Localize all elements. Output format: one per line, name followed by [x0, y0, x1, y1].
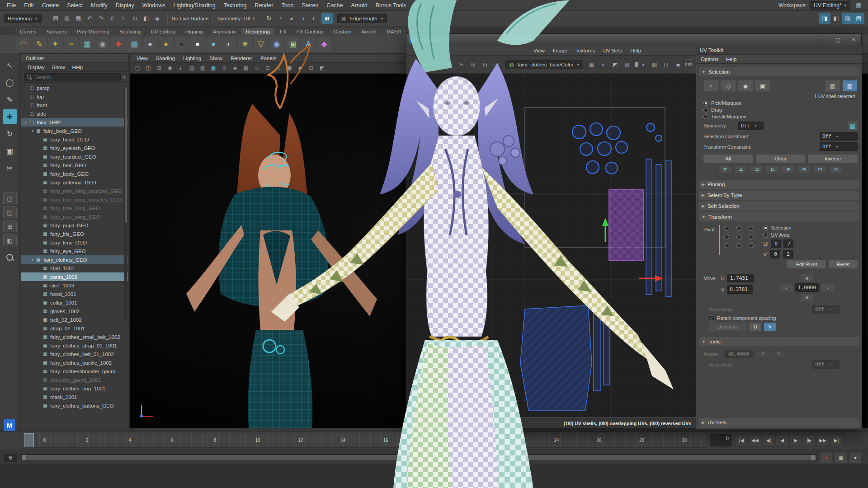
menu-item[interactable]: Texturing: [220, 1, 251, 10]
flip-u-icon[interactable]: ⇄: [409, 59, 420, 70]
viewport-menu-item[interactable]: Lighting: [179, 55, 205, 61]
pivot-radio[interactable]: [736, 235, 741, 239]
maximize-button[interactable]: ▢: [830, 34, 846, 46]
select-loop-icon[interactable]: ⊙: [829, 165, 843, 174]
viewport-toolbar-icon-6[interactable]: ▤: [187, 64, 197, 73]
current-frame-marker[interactable]: [24, 433, 34, 447]
shelf-tab[interactable]: Sculpting: [115, 28, 145, 35]
outliner-item[interactable]: ▦ fairy_antenna_GEO: [21, 178, 128, 187]
shelf-icon-camera[interactable]: ◉: [269, 37, 284, 52]
save-scene-icon[interactable]: ▦: [73, 13, 84, 24]
selection-action-button[interactable]: All: [703, 155, 753, 163]
reset-pivot-button[interactable]: Reset: [829, 260, 858, 268]
move-tool[interactable]: ✚: [3, 109, 17, 124]
timeline-ruler[interactable]: 024681012141618202224262830: [23, 433, 706, 448]
go-to-end-button[interactable]: ▶|: [830, 435, 843, 446]
section-header[interactable]: ▶ Select By Type: [699, 191, 859, 200]
rotate-tool[interactable]: ↻: [3, 127, 17, 141]
attribute-editor-toggle[interactable]: ◨: [819, 13, 830, 24]
symmetry-grid-icon[interactable]: ▦: [848, 121, 858, 130]
menu-item[interactable]: Render: [250, 1, 277, 10]
uv-editor-titlebar[interactable]: ▦ UV Editor — ▢ ×: [406, 34, 861, 46]
shelf-tab[interactable]: FX Caching: [292, 28, 328, 35]
uv-toolkit-menu-item[interactable]: Options: [697, 56, 722, 62]
shelf-icon-curve[interactable]: ◠: [16, 37, 31, 52]
auto-key-toggle[interactable]: ●: [820, 452, 833, 463]
selection-constraint-dropdown[interactable]: Off ▾: [820, 132, 858, 141]
uv-toolkit-menu-item[interactable]: Help: [722, 56, 741, 62]
paint-select-tool[interactable]: ✎: [3, 92, 17, 107]
workspace-options-icon[interactable]: ▦: [853, 0, 864, 11]
menu-item[interactable]: Bonus Tools: [372, 1, 410, 10]
range-start-field[interactable]: 0: [4, 454, 17, 462]
outliner-item[interactable]: ▦ skirt_1003: [21, 281, 128, 290]
uv-editor-menu-item[interactable]: Textures: [571, 47, 599, 54]
viewport-toolbar-icon-16[interactable]: ◆: [295, 64, 305, 73]
pivot-u-max-field[interactable]: 2: [783, 239, 793, 248]
layout-four-pane[interactable]: ⊞: [3, 221, 17, 232]
outliner-item[interactable]: ▦ fairy_fore_wing_GEO: [21, 204, 128, 212]
step-forward-key-button[interactable]: ▶▶: [816, 435, 829, 446]
shelf-icon-plus[interactable]: ✚: [111, 37, 126, 52]
dim-image-slider[interactable]: [634, 64, 636, 65]
grow-selection-icon[interactable]: ⊞: [782, 165, 795, 174]
rotate-angle-field[interactable]: 45.0000: [725, 350, 753, 358]
outliner-item[interactable]: ▦ fairy_head_GEO: [21, 135, 128, 144]
pivot-uv-area-radio[interactable]: UV Area: [763, 232, 858, 238]
shelf-icon-texture[interactable]: ▣: [285, 37, 300, 52]
viewport-toolbar-icon-9[interactable]: ⊙: [219, 64, 229, 73]
distortion-icon[interactable]: ▧: [622, 59, 632, 70]
menu-item[interactable]: Edit: [20, 1, 38, 10]
close-button[interactable]: ×: [846, 34, 861, 46]
outliner-item[interactable]: ◫ front: [21, 101, 128, 109]
viewport-menu-item[interactable]: Shading: [152, 55, 179, 61]
outliner-search[interactable]: [24, 73, 121, 81]
distribute-button[interactable]: Distribute: [709, 323, 747, 331]
layout-single-pane[interactable]: ▢: [3, 192, 17, 204]
shelf-tab[interactable]: Arnold: [357, 28, 381, 35]
selection-action-button[interactable]: Clear: [756, 155, 806, 163]
pivot-u-min-field[interactable]: 0: [771, 239, 781, 248]
snap-to-grid-icon[interactable]: #: [107, 13, 118, 24]
outliner-item[interactable]: ▦ pants_1002: [21, 272, 128, 281]
outliner-item[interactable]: ▾ ▦ fairy_body_GEO: [21, 127, 128, 135]
outliner-item[interactable]: ▦ fairy_tearduct_GEO: [21, 152, 128, 161]
viewport-toolbar-icon-18[interactable]: ◩: [317, 64, 327, 73]
playback-options-button[interactable]: ▾: [849, 452, 862, 463]
shelf-icon-sphere-gold[interactable]: ●: [159, 37, 173, 52]
outliner-item[interactable]: ▦ fairy_lens_GEO: [21, 238, 128, 247]
menu-item[interactable]: Lighting/Shading: [170, 1, 220, 10]
outliner-item[interactable]: ▦ fairy_rear_wing_muscles_GEO: [21, 187, 128, 195]
pivot-radio[interactable]: [736, 243, 741, 248]
shelf-icon-star[interactable]: ✦: [48, 37, 62, 52]
outliner-scrollbar[interactable]: [124, 85, 127, 320]
snap-to-point-icon[interactable]: ⊙: [129, 13, 141, 24]
rotate-cw-button[interactable]: ↻: [772, 350, 786, 358]
menu-item[interactable]: Arnold: [347, 1, 372, 10]
menu-item[interactable]: File: [3, 1, 20, 10]
expand-arrow-icon[interactable]: ▾: [23, 120, 28, 125]
step-back-key-button[interactable]: ◀◀: [749, 435, 761, 446]
symmetry-dropdown[interactable]: Off ▾: [738, 122, 764, 130]
outliner-item[interactable]: ◫ top: [21, 92, 128, 101]
pivot-v-min-field[interactable]: 0: [770, 250, 780, 258]
pivot-radio[interactable]: [749, 226, 754, 231]
viewport-menu-item[interactable]: View: [132, 55, 152, 61]
play-forward-button[interactable]: ▶: [789, 435, 802, 446]
range-slider[interactable]: [21, 454, 816, 461]
outliner-item[interactable]: ▦ fairy_body_GEO: [21, 169, 128, 178]
move-v-field[interactable]: 0.3781: [727, 285, 753, 294]
outliner-item[interactable]: ▦ shirt_1001: [21, 264, 128, 272]
open-scene-icon[interactable]: ▥: [61, 13, 73, 24]
uv-grid-button[interactable]: ▦: [825, 80, 840, 92]
outliner-tab[interactable]: Outliner: [21, 54, 128, 63]
menu-item[interactable]: Windows: [138, 1, 170, 10]
outliner-item[interactable]: ▦ fairy_rear_wing_GEO: [21, 212, 128, 221]
outliner-menu-item[interactable]: Display: [24, 64, 48, 70]
outliner-item[interactable]: ▦ fairy_clothes_strap_01_1001: [21, 341, 128, 350]
pivot-radio[interactable]: [749, 243, 754, 248]
menu-item[interactable]: Create: [38, 1, 63, 10]
viewport-toolbar-icon-3[interactable]: ⊞: [154, 64, 164, 73]
psd-button[interactable]: PSD: [685, 59, 693, 70]
outliner-item[interactable]: ◫ persp: [21, 84, 128, 92]
